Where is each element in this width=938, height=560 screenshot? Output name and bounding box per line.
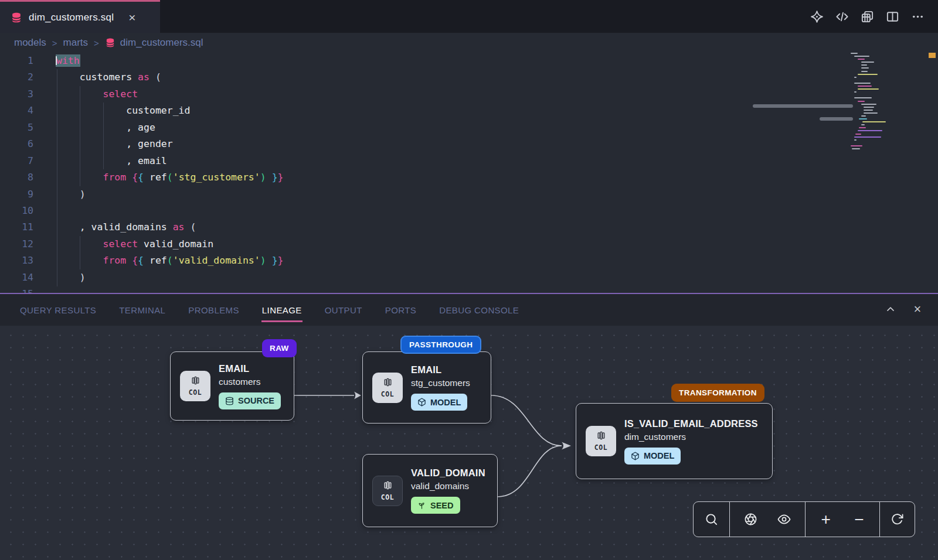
panel-tab-label: DEBUG CONSOLE (439, 296, 519, 322)
passthrough-tag: PASSTHROUGH (400, 336, 481, 354)
zoom-out-icon: − (854, 511, 864, 528)
lineage-zoom-in-button[interactable]: + (813, 502, 839, 537)
copy-table-icon[interactable] (857, 6, 877, 26)
minimap[interactable] (849, 53, 899, 161)
split-editor-icon[interactable] (882, 6, 902, 26)
node-title: EMAIL (219, 363, 281, 374)
panel-tab-terminal[interactable]: TERMINAL (118, 294, 166, 325)
code-line[interactable]: select (56, 86, 879, 103)
line-number: 10 (0, 203, 33, 219)
chevron-right-icon: > (52, 38, 57, 48)
column-chip: COL (372, 476, 403, 506)
database-icon (11, 12, 22, 23)
decoration-bar (753, 104, 853, 108)
panel-tab-problems[interactable]: PROBLEMS (188, 294, 240, 325)
lineage-toolbar: +− (693, 501, 915, 537)
lineage-node-valid-domain-valid-domains[interactable]: COLVALID_DOMAINvalid_domainsSEED (362, 454, 498, 527)
lineage-search-button[interactable] (699, 502, 725, 537)
line-number: 7 (0, 153, 33, 169)
code-line[interactable] (56, 203, 879, 219)
panel-tab-label: TERMINAL (118, 296, 166, 322)
node-subtitle: dim_customers (624, 432, 758, 442)
panel-tab-debug-console[interactable]: DEBUG CONSOLE (439, 294, 519, 325)
lineage-zoom-out-button[interactable]: − (846, 502, 872, 537)
close-icon[interactable]: × (909, 301, 926, 318)
line-number: 4 (0, 103, 33, 119)
toolbar-group (729, 502, 805, 537)
editor-actions (807, 0, 938, 33)
panel-tab-strip: QUERY RESULTSTERMINALPROBLEMSLINEAGEOUTP… (0, 294, 938, 325)
code-line[interactable]: select valid_domain (56, 236, 879, 252)
column-chip: COL (180, 371, 210, 401)
code-editor[interactable]: 123456789101112131415 with customers as … (0, 53, 938, 293)
breadcrumb-marts[interactable]: marts (63, 37, 89, 49)
database-outline-icon (225, 397, 234, 405)
database-icon (105, 37, 115, 48)
column-chip: COL (586, 426, 616, 456)
bottom-panel: QUERY RESULTSTERMINALPROBLEMSLINEAGEOUTP… (0, 293, 938, 560)
seed-badge: SEED (411, 497, 460, 514)
code-line[interactable]: ) (56, 186, 879, 203)
line-number: 3 (0, 86, 33, 103)
tab-dim-customers-sql[interactable]: dim_customers.sql × (0, 0, 160, 33)
code-line[interactable]: , valid_domains as ( (56, 219, 879, 235)
chip-label: COL (189, 388, 202, 397)
chevron-up-icon[interactable] (882, 301, 899, 318)
line-number: 6 (0, 136, 33, 152)
line-number: 11 (0, 219, 33, 235)
editor-tab-bar: dim_customers.sql × (0, 0, 938, 33)
line-number: 13 (0, 252, 33, 269)
zoom-in-icon: + (821, 511, 830, 528)
breadcrumb: models > marts > dim_customers.sql (0, 33, 938, 53)
dbt-icon[interactable] (807, 6, 827, 26)
lineage-refresh-button[interactable] (884, 502, 910, 537)
code-icon[interactable] (832, 6, 852, 26)
panel-tab-query-results[interactable]: QUERY RESULTS (19, 294, 97, 325)
line-number: 15 (0, 286, 33, 293)
node-body: IS_VALID_EMAIL_ADDRESSdim_customersMODEL (624, 418, 758, 465)
code-line[interactable]: , age (56, 119, 879, 136)
line-number: 5 (0, 119, 33, 136)
close-icon[interactable]: × (128, 11, 135, 23)
lineage-canvas[interactable]: COLEMAILcustomersSOURCERAWCOLEMAILstg_cu… (0, 326, 938, 560)
search-icon (705, 513, 718, 526)
lineage-node-email-stg-customers[interactable]: COLEMAILstg_customersMODEL (362, 351, 491, 424)
refresh-icon (891, 513, 904, 526)
node-subtitle: valid_domains (411, 481, 485, 491)
badge-label: SOURCE (238, 396, 274, 405)
more-icon[interactable] (908, 6, 927, 26)
code-line[interactable]: customers as ( (56, 69, 879, 86)
source-badge: SOURCE (219, 392, 281, 409)
code-line[interactable]: from {{ ref('valid_domains') }} (56, 252, 879, 269)
code-line[interactable]: ) (56, 269, 879, 286)
panel-tab-ports[interactable]: PORTS (385, 294, 417, 325)
toolbar-group (879, 502, 914, 537)
sprout-icon (417, 501, 426, 510)
line-number: 1 (0, 53, 33, 69)
code-line[interactable]: from {{ ref('stg_customers') }} (56, 169, 879, 186)
columns-icon (596, 431, 606, 443)
decoration-bar (820, 117, 853, 121)
model-badge: MODEL (411, 394, 467, 411)
panel-tab-lineage[interactable]: LINEAGE (261, 294, 303, 325)
toolbar-group: +− (805, 502, 879, 537)
code-line[interactable]: with (56, 53, 879, 69)
gutter: 123456789101112131415 (0, 53, 33, 293)
box-icon (631, 452, 640, 460)
panel-tab-output[interactable]: OUTPUT (324, 294, 363, 325)
chip-label: COL (381, 390, 394, 398)
node-body: EMAILstg_customersMODEL (411, 364, 470, 411)
model-badge: MODEL (624, 448, 681, 465)
lineage-node-is-valid-email-address-dim-customers[interactable]: COLIS_VALID_EMAIL_ADDRESSdim_customersMO… (576, 403, 773, 479)
node-body: EMAILcustomersSOURCE (219, 363, 281, 409)
lineage-eye-button[interactable] (772, 502, 797, 537)
code-line[interactable] (56, 286, 879, 293)
chip-label: COL (594, 443, 607, 452)
lineage-aperture-button[interactable] (738, 502, 763, 537)
breadcrumb-models[interactable]: models (14, 37, 46, 49)
lineage-node-email-customers[interactable]: COLEMAILcustomersSOURCE (170, 351, 294, 421)
breadcrumb-file[interactable]: dim_customers.sql (105, 37, 203, 49)
raw-tag: RAW (262, 339, 297, 357)
code-line[interactable]: , gender (56, 136, 879, 152)
code-line[interactable]: , email (56, 153, 879, 169)
